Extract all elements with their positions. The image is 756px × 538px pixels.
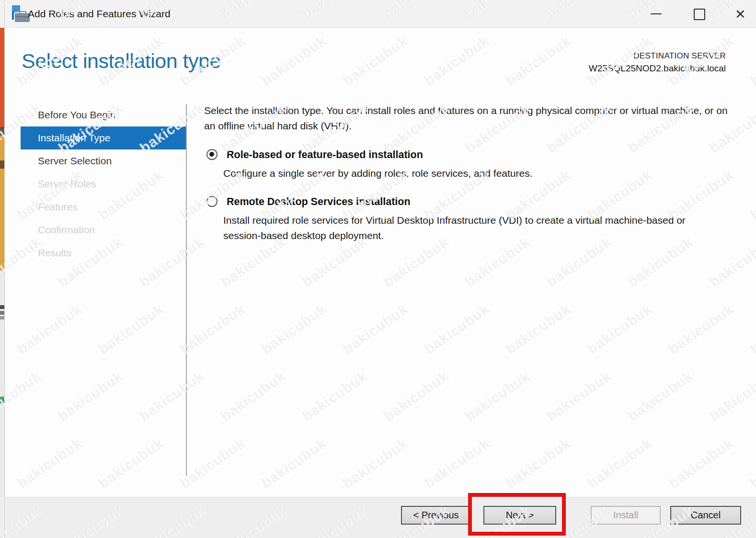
sidebar-item-before-you-begin[interactable]: Before You Begin: [21, 103, 186, 126]
edge-segment: [0, 311, 4, 315]
option-remote-desktop-description: Install required role services for Virtu…: [204, 213, 719, 243]
edge-segment: [0, 316, 4, 320]
minimize-icon[interactable]: [641, 0, 671, 28]
cancel-button[interactable]: Cancel: [670, 506, 741, 525]
destination-server-label: DESTINATION SERVER: [589, 51, 726, 61]
edge-segment: [0, 497, 4, 538]
sidebar-item-features: Features: [21, 195, 186, 218]
intro-text: Select the installation type. You can in…: [204, 103, 733, 134]
background-window-edge: [0, 0, 4, 538]
option-role-based-label[interactable]: Role-based or feature-based installation: [204, 149, 733, 161]
destination-server-block: DESTINATION SERVER W25SQL25NOD2.bakicubu…: [589, 51, 726, 74]
sidebar-divider: [186, 104, 187, 476]
wizard-window: Add Roles and Features Wizard Select ins…: [0, 0, 756, 538]
install-button: Install: [591, 506, 661, 525]
next-button[interactable]: Next >: [483, 506, 556, 525]
window-title: Add Roles and Features Wizard: [28, 0, 171, 28]
sidebar-item-confirmation: Confirmation: [21, 218, 186, 241]
page-title: Select installation type: [22, 49, 221, 73]
edge-segment: [0, 0, 4, 28]
title-bar: Add Roles and Features Wizard: [5, 0, 756, 28]
edge-segment: [0, 127, 4, 136]
sidebar-item-server-roles: Server Roles: [21, 172, 186, 195]
edge-segment: [0, 136, 4, 160]
close-icon[interactable]: [726, 0, 756, 28]
main-content: Select the installation type. You can in…: [204, 103, 733, 243]
add-roles-features-wizard-dialog: Add Roles and Features Wizard Select ins…: [4, 0, 756, 538]
option-role-based-description: Configure a single server by adding role…: [204, 166, 719, 181]
edge-segment: [0, 397, 4, 403]
footer-bar: < Previous Next > Install Cancel: [5, 497, 756, 538]
sidebar-item-results: Results: [21, 241, 186, 264]
wizard-steps-sidebar: Before You Begin Installation Type Serve…: [21, 103, 186, 264]
radio-remote-desktop[interactable]: [206, 196, 218, 207]
sidebar-item-server-selection[interactable]: Server Selection: [21, 149, 186, 172]
option-remote-desktop-label[interactable]: Remote Desktop Services installation: [204, 195, 733, 208]
maximize-icon[interactable]: [684, 0, 714, 28]
edge-segment: [0, 271, 4, 497]
option-remote-desktop[interactable]: Remote Desktop Services installation Ins…: [204, 195, 733, 243]
edge-segment: [0, 28, 4, 127]
radio-role-based[interactable]: [206, 149, 218, 160]
sidebar-item-installation-type[interactable]: Installation Type: [21, 126, 186, 149]
edge-segment: [0, 160, 4, 169]
previous-button[interactable]: < Previous: [401, 506, 471, 525]
edge-segment: [0, 305, 4, 309]
option-role-based[interactable]: Role-based or feature-based installation…: [204, 149, 733, 181]
destination-server-name: W25SQL25NOD2.bakicubuk.local: [589, 63, 726, 74]
edge-segment: [0, 169, 4, 271]
